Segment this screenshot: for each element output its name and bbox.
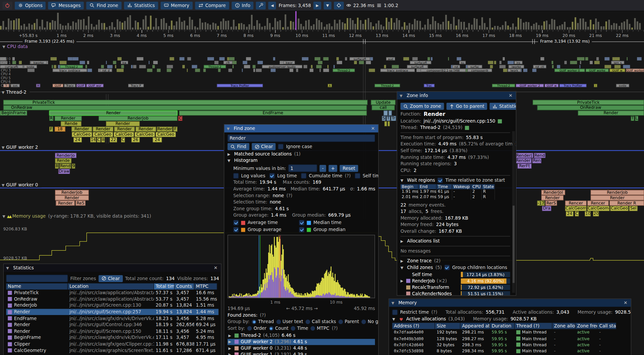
cpu-segment[interactable] [133, 65, 137, 68]
cpu-segment[interactable] [596, 57, 599, 60]
cpu-segment[interactable] [182, 65, 185, 68]
order-radio[interactable] [248, 326, 252, 330]
cpu-segment[interactable] [52, 65, 53, 68]
wait-column-begin[interactable]: Begin [400, 184, 419, 189]
cpu-segment[interactable] [585, 57, 588, 60]
go-to-parent-button[interactable]: Go to parent [446, 103, 487, 110]
cpu-segment[interactable] [354, 61, 357, 64]
cpu-segment[interactable] [271, 69, 275, 72]
zone-9[interactable]: 9 [72, 164, 75, 169]
zone-draw[interactable]: Draw [58, 169, 70, 174]
zone-24[interactable]: 24 [566, 211, 573, 216]
cpu-segment[interactable] [227, 57, 229, 60]
min-bin-increment-button[interactable]: + [329, 165, 337, 172]
find-zone-titlebar[interactable]: ▼ Find zone ✕ [224, 125, 378, 132]
toolbar-button-messages[interactable]: Messages [48, 1, 84, 9]
close-icon[interactable]: ✕ [370, 126, 376, 131]
cpu-segment[interactable] [218, 69, 220, 72]
cpu-zone-guif-worker-2[interactable]: GUIF worker 2 [516, 84, 544, 87]
zone-info-titlebar[interactable]: ▼ Zone info ✕ [397, 92, 516, 99]
cpu-segment[interactable] [187, 69, 188, 72]
zone-render[interactable]: Render [55, 116, 82, 121]
scrollbar[interactable] [512, 131, 515, 293]
zone-trace-node[interactable]: ▶ Zone trace (2) [400, 258, 510, 264]
zone-privatetick[interactable]: PrivateTick [533, 100, 644, 105]
zone-l[interactable]: L [635, 116, 638, 121]
frame-minimap[interactable] [0, 11, 644, 31]
found-group-guif-worker-1[interactable]: ▶GUIF worker 1(3,192)4.39 s [227, 351, 375, 355]
cpu-segment[interactable] [68, 57, 72, 60]
zone-rers[interactable]: RerS [545, 201, 557, 206]
radio-option-thread[interactable]: Thread [252, 319, 274, 324]
prev-frame-button[interactable]: ◀ [268, 1, 276, 9]
zone-t[interactable]: T [386, 116, 390, 121]
radio-option-user-text[interactable]: User text [276, 319, 303, 324]
zone-render[interactable]: Render [56, 201, 75, 206]
cpu-segment[interactable] [117, 69, 123, 72]
cpu-segment[interactable] [254, 69, 255, 72]
cpu-segment[interactable] [565, 61, 567, 64]
zone-16[interactable]: 16 [90, 137, 96, 142]
stats-row-render[interactable]: Renderjni/../jni/src/guif/Screen.cpp:150… [6, 328, 218, 335]
group-children-checkbox[interactable] [444, 265, 450, 270]
cpu-segment[interactable] [507, 61, 514, 64]
column-header-counts[interactable]: Counts [174, 283, 194, 290]
column-header-zone-free[interactable]: Zone free [576, 323, 598, 329]
found-group-guif-worker-0[interactable]: ▶GUIF worker 0(3,231)4.48 s [227, 345, 375, 351]
cpu-segment[interactable] [336, 57, 339, 60]
goto-frame-button[interactable] [334, 1, 343, 9]
cpu-segment[interactable] [392, 65, 399, 68]
cpu-segment[interactable] [121, 65, 124, 68]
cpu-segment[interactable] [203, 69, 206, 72]
cpu-zone-thread-2[interactable]: Thread-2 [492, 84, 515, 87]
cpu-segment[interactable] [207, 57, 214, 60]
cpu-segment[interactable] [499, 61, 502, 64]
cpu-segment[interactable] [614, 65, 621, 68]
statistics-button[interactable]: Statistics [490, 103, 516, 110]
cpu-zone-guif-wor[interactable]: GUIF wor [86, 84, 103, 87]
call-stacks-radio[interactable] [306, 319, 310, 324]
column-header-duration[interactable]: Duration [490, 323, 515, 329]
group-median-checkbox[interactable] [299, 227, 304, 232]
cpu-segment[interactable] [149, 61, 150, 64]
column-header-name[interactable]: Name [6, 283, 68, 290]
cpu-zone-composer[interactable]: composer@ [467, 69, 492, 72]
cpu-zone-thread-2[interactable]: Thread-2 [375, 84, 400, 87]
zone-render[interactable]: Render [157, 127, 173, 132]
average-time-checkbox[interactable] [233, 220, 239, 225]
cpu-zone-tracy-systrace[interactable]: tracy_systrace [53, 69, 87, 72]
reset-button[interactable]: Reset [340, 165, 358, 172]
cpu-zone-surfacefl[interactable]: surfacefl [350, 57, 370, 60]
cpu-zone-surfac[interactable]: surfac [467, 65, 482, 68]
zone-renderjol[interactable]: RenderJol [541, 190, 565, 195]
cpu-segment[interactable] [153, 61, 158, 64]
cpu-segment[interactable] [228, 69, 232, 72]
toolbar-button-find-zone[interactable]: Find zone [87, 1, 121, 9]
time-radio[interactable] [291, 326, 295, 330]
cpu-zone-kworke[interactable]: kworke [31, 61, 47, 64]
cpu-segment[interactable] [179, 57, 185, 60]
zone-calcgeo[interactable]: CalcGeo [114, 132, 134, 137]
ignore-case-checkbox[interactable] [278, 144, 283, 149]
cpu-segment[interactable] [637, 57, 642, 60]
cpu-segment[interactable] [499, 65, 506, 68]
radio-option-time[interactable]: Time [291, 326, 308, 331]
cpu-segment[interactable] [192, 65, 197, 68]
radio-option-order[interactable]: Order [248, 326, 267, 331]
memory-window[interactable]: ▼ Memory ✕ Restrict time (?) Total alloc… [388, 299, 631, 355]
cpu-data-header[interactable]: ▼CPU data [2, 44, 28, 49]
cpu-zone-surfacefl[interactable]: surfacefl [410, 61, 431, 64]
allocations-table-header[interactable]: Address (?)SizeAppeared atDurationThread… [392, 323, 628, 329]
zone-render[interactable]: Render [541, 195, 564, 201]
radio-option-count[interactable]: Count [269, 326, 288, 331]
cpu-zone-kw[interactable]: kw [121, 61, 128, 64]
child-zone-self-time[interactable]: Self time172.14 µs (3.83%) [400, 271, 510, 278]
zone-rende[interactable]: Rende [55, 158, 71, 163]
restrict-time-checkbox[interactable] [392, 310, 397, 315]
cpu-segment[interactable] [195, 69, 200, 72]
matched-locations-node[interactable]: ▶ Matched source locations (1) [227, 151, 375, 157]
cpu-segment[interactable] [243, 61, 247, 64]
zone-onredraw[interactable]: OnRedraw [537, 105, 644, 110]
close-icon[interactable]: ✕ [507, 93, 513, 98]
cpu-segment[interactable] [359, 61, 364, 64]
